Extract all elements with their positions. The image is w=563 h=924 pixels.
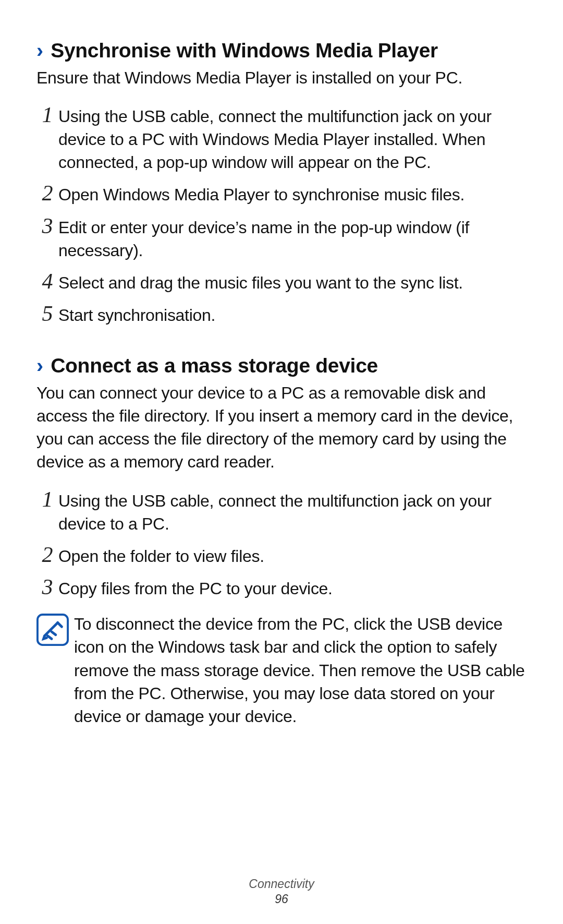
footer-page-number: 96 [0,892,563,906]
step-number: 3 [36,215,58,237]
section2: › Connect as a mass storage device You c… [36,354,527,728]
step-text: Open Windows Media Player to synchronise… [58,182,527,206]
step-number: 3 [36,576,58,598]
section2-intro: You can connect your device to a PC as a… [36,381,527,474]
step-number: 2 [36,544,58,566]
step-number: 4 [36,270,58,292]
note-icon [36,614,69,646]
list-item: 5 Start synchronisation. [36,303,527,327]
page-footer: Connectivity 96 [0,877,563,906]
section1-steps: 1 Using the USB cable, connect the multi… [36,104,527,327]
step-text: Copy files from the PC to your device. [58,576,527,600]
section-title-mass-storage: › Connect as a mass storage device [36,354,527,378]
list-item: 2 Open the folder to view files. [36,544,527,568]
list-item: 4 Select and drag the music files you wa… [36,270,527,294]
step-number: 2 [36,182,58,204]
step-text: Using the USB cable, connect the multifu… [58,104,527,174]
list-item: 3 Copy files from the PC to your device. [36,576,527,600]
step-text: Open the folder to view files. [58,544,527,568]
step-text: Edit or enter your device’s name in the … [58,215,527,262]
step-number: 1 [36,488,58,510]
section2-steps: 1 Using the USB cable, connect the multi… [36,488,527,601]
step-text: Start synchronisation. [58,303,527,327]
list-item: 1 Using the USB cable, connect the multi… [36,104,527,174]
page-content: › Synchronise with Windows Media Player … [0,0,563,728]
chevron-icon: › [36,39,43,63]
list-item: 1 Using the USB cable, connect the multi… [36,488,527,535]
section1-intro: Ensure that Windows Media Player is inst… [36,66,527,89]
step-text: Using the USB cable, connect the multifu… [58,488,527,535]
section1-title-text: Synchronise with Windows Media Player [51,39,438,62]
step-text: Select and drag the music files you want… [58,270,527,294]
list-item: 3 Edit or enter your device’s name in th… [36,215,527,262]
step-number: 1 [36,104,58,126]
section2-title-text: Connect as a mass storage device [51,354,378,377]
step-number: 5 [36,303,58,325]
footer-section-label: Connectivity [0,877,563,891]
list-item: 2 Open Windows Media Player to synchroni… [36,182,527,206]
note-text: To disconnect the device from the PC, cl… [74,613,527,728]
section-title-sync: › Synchronise with Windows Media Player [36,39,527,63]
note-block: To disconnect the device from the PC, cl… [36,613,527,728]
chevron-icon: › [36,354,43,378]
